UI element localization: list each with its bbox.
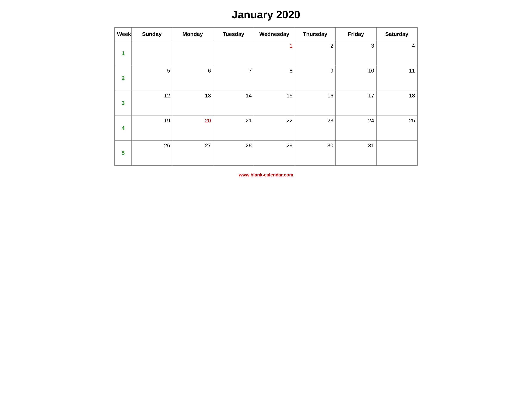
day-number: 29 [286, 142, 293, 149]
page-title: January 2020 [232, 8, 300, 21]
day-number: 2 [330, 43, 333, 49]
day-number: 22 [286, 117, 293, 124]
day-cell-week1-friday: 3 [336, 41, 376, 66]
day-cell-week2-wednesday: 8 [254, 66, 295, 91]
day-cell-week4-wednesday: 22 [254, 116, 295, 141]
week-number-label: 3 [122, 100, 124, 106]
day-number: 23 [327, 117, 333, 124]
day-number: 6 [208, 67, 211, 74]
day-number: 1 [289, 43, 292, 49]
day-cell-week5-monday: 27 [172, 141, 213, 166]
day-cell-week4-tuesday: 21 [213, 116, 254, 141]
day-cell-week3-wednesday: 15 [254, 91, 295, 116]
day-cell-week3-saturday: 18 [376, 91, 417, 116]
header-monday: Monday [172, 28, 213, 41]
day-number: 13 [205, 93, 211, 99]
day-cell-week1-wednesday: 1 [254, 41, 295, 66]
footer: www.blank-calendar.com [239, 172, 293, 178]
week-number-2: 2 [115, 66, 132, 91]
day-cell-week2-sunday: 5 [132, 66, 172, 91]
week-number-3: 3 [115, 91, 132, 116]
day-cell-week2-saturday: 11 [376, 66, 417, 91]
day-cell-week4-saturday: 25 [376, 116, 417, 141]
calendar-table: Week Sunday Monday Tuesday Wednesday Thu… [115, 28, 417, 166]
day-cell-week1-saturday: 4 [376, 41, 417, 66]
day-number: 3 [371, 43, 374, 49]
table-row: 11234 [115, 41, 417, 66]
day-number: 19 [164, 117, 170, 124]
day-number: 18 [409, 93, 415, 99]
week-number-5: 5 [115, 141, 132, 166]
week-number-1: 1 [115, 41, 132, 66]
day-number: 20 [205, 117, 211, 124]
header-week: Week [115, 28, 132, 41]
calendar-container: Week Sunday Monday Tuesday Wednesday Thu… [114, 27, 418, 166]
day-cell-week2-friday: 10 [336, 66, 376, 91]
day-cell-week1-sunday [132, 41, 172, 66]
day-cell-week4-sunday: 19 [132, 116, 172, 141]
day-number: 9 [330, 67, 333, 74]
day-number: 12 [164, 93, 170, 99]
table-row: 2567891011 [115, 66, 417, 91]
day-number: 26 [164, 142, 170, 149]
week-number-4: 4 [115, 116, 132, 141]
day-number: 21 [246, 117, 252, 124]
week-number-label: 2 [122, 75, 124, 81]
table-row: 5262728293031 [115, 141, 417, 166]
day-cell-week5-friday: 31 [336, 141, 376, 166]
day-number: 16 [327, 93, 333, 99]
day-number: 8 [289, 67, 292, 74]
day-number: 30 [327, 142, 333, 149]
day-cell-week2-monday: 6 [172, 66, 213, 91]
footer-link[interactable]: www.blank-calendar.com [239, 172, 293, 177]
week-number-label: 1 [122, 50, 124, 56]
table-row: 312131415161718 [115, 91, 417, 116]
day-number: 4 [412, 43, 415, 49]
day-cell-week3-sunday: 12 [132, 91, 172, 116]
day-cell-week1-tuesday [213, 41, 254, 66]
day-cell-week4-thursday: 23 [295, 116, 335, 141]
day-number: 31 [368, 142, 374, 149]
day-number: 24 [368, 117, 374, 124]
header-sunday: Sunday [132, 28, 172, 41]
day-cell-week5-saturday [376, 141, 417, 166]
day-number: 27 [205, 142, 211, 149]
day-cell-week5-sunday: 26 [132, 141, 172, 166]
day-cell-week3-friday: 17 [336, 91, 376, 116]
day-cell-week2-thursday: 9 [295, 66, 335, 91]
header-thursday: Thursday [295, 28, 335, 41]
week-number-label: 4 [122, 125, 124, 131]
day-number: 7 [249, 67, 252, 74]
day-number: 11 [409, 67, 415, 74]
day-number: 17 [368, 93, 374, 99]
day-cell-week3-monday: 13 [172, 91, 213, 116]
day-cell-week1-monday [172, 41, 213, 66]
day-cell-week3-thursday: 16 [295, 91, 335, 116]
day-cell-week5-tuesday: 28 [213, 141, 254, 166]
day-cell-week5-wednesday: 29 [254, 141, 295, 166]
header-tuesday: Tuesday [213, 28, 254, 41]
day-number: 15 [286, 93, 293, 99]
day-cell-week1-thursday: 2 [295, 41, 335, 66]
day-number: 5 [167, 67, 170, 74]
day-number: 25 [409, 117, 415, 124]
day-number: 28 [246, 142, 252, 149]
day-cell-week2-tuesday: 7 [213, 66, 254, 91]
week-number-label: 5 [122, 150, 124, 156]
day-cell-week3-tuesday: 14 [213, 91, 254, 116]
header-wednesday: Wednesday [254, 28, 295, 41]
day-number: 14 [246, 93, 252, 99]
header-friday: Friday [336, 28, 376, 41]
day-cell-week4-monday: 20 [172, 116, 213, 141]
day-cell-week4-friday: 24 [336, 116, 376, 141]
day-cell-week5-thursday: 30 [295, 141, 335, 166]
table-row: 419202122232425 [115, 116, 417, 141]
day-number: 10 [368, 67, 374, 74]
header-saturday: Saturday [376, 28, 417, 41]
